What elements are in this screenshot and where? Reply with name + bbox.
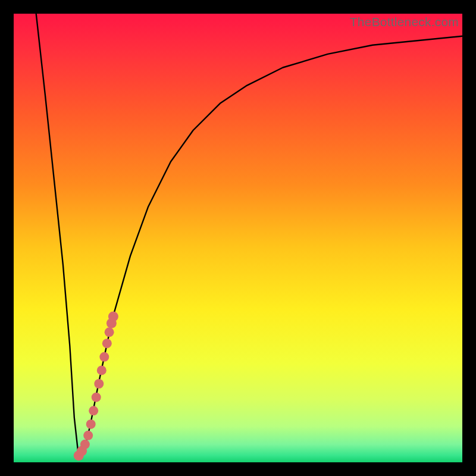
data-point [80, 440, 90, 449]
watermark-text: TheBottleneck.com [350, 15, 459, 29]
bottleneck-curve [36, 14, 462, 458]
data-point [99, 352, 109, 362]
data-point [102, 339, 112, 348]
outer-frame: TheBottleneck.com [0, 0, 476, 476]
data-point [94, 379, 104, 389]
data-point [108, 311, 118, 321]
highlighted-points [74, 311, 118, 461]
data-point [83, 431, 93, 440]
data-point [92, 393, 101, 402]
chart-svg [14, 14, 462, 462]
data-point [97, 365, 107, 375]
data-point [89, 406, 98, 415]
plot-area: TheBottleneck.com [14, 14, 462, 462]
data-point [86, 419, 96, 429]
data-point [105, 327, 114, 337]
